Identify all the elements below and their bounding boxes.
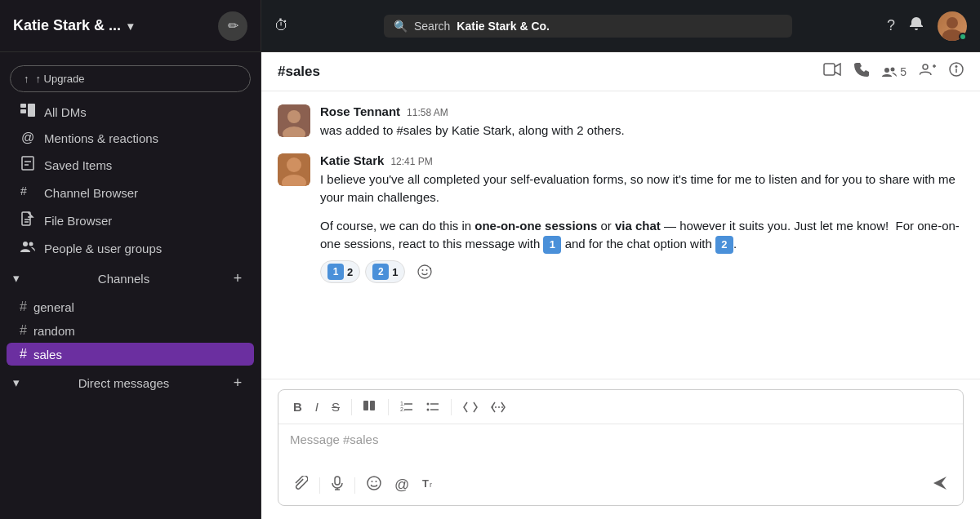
message-input-area: B I S 1.2. [261, 379, 980, 519]
svg-text:r: r [430, 481, 432, 489]
italic-button[interactable]: I [310, 397, 323, 417]
voice-button[interactable] [327, 472, 348, 498]
svg-point-25 [287, 110, 301, 123]
sidebar-header: Katie Stark & ... ▾ ✏ [0, 0, 261, 52]
svg-point-51 [376, 481, 377, 482]
sender-name-katie: Katie Stark [320, 153, 384, 167]
add-member-icon[interactable] [920, 63, 936, 80]
upgrade-button[interactable]: ↑ ↑ Upgrade [10, 65, 251, 92]
reaction-1[interactable]: 1 2 [320, 260, 360, 283]
svg-point-43 [427, 408, 430, 410]
search-bar[interactable]: 🔍 Search Katie Stark & Co. [384, 15, 792, 38]
ordered-list-button[interactable]: 1.2. [395, 397, 418, 417]
channel-browser-label: Channel Browser [44, 186, 138, 200]
code-button[interactable] [458, 398, 483, 416]
channel-header-actions: 5 [823, 62, 964, 81]
sidebar-item-mentions[interactable]: @ Mentions & reactions [7, 126, 254, 150]
help-icon[interactable]: ? [887, 17, 895, 34]
svg-rect-35 [363, 401, 368, 410]
sidebar-nav: ↑ ↑ Upgrade All DMs @ Mentions & reactio… [0, 52, 261, 519]
message-text-katie: I believe you've all completed your self… [320, 171, 964, 255]
svg-point-50 [372, 481, 373, 482]
svg-point-28 [287, 157, 301, 172]
svg-rect-0 [20, 104, 26, 108]
code-block-button[interactable] [486, 398, 510, 416]
main-content: ⏱ 🔍 Search Katie Stark & Co. ? [261, 0, 980, 519]
svg-text:#: # [20, 184, 27, 197]
bold-button[interactable]: B [288, 397, 307, 417]
edit-button[interactable]: ✏ [218, 11, 247, 41]
all-dms-icon [20, 104, 36, 120]
mention-button[interactable]: @ [390, 473, 414, 497]
add-dm-button[interactable]: + [228, 373, 247, 393]
reaction-emoji-2: 2 [372, 264, 389, 280]
message-item-katie: Katie Stark 12:41 PM I believe you've al… [278, 153, 964, 284]
quote-button[interactable] [359, 397, 381, 417]
attach-file-button[interactable] [288, 472, 313, 498]
reaction-2[interactable]: 2 1 [365, 260, 405, 283]
sidebar: Katie Stark & ... ▾ ✏ ↑ ↑ Upgrade All DM… [0, 0, 261, 519]
toolbar-divider-3 [451, 399, 452, 415]
channel-item-random[interactable]: # random [7, 319, 254, 342]
search-label: Search [414, 20, 450, 33]
video-icon[interactable] [823, 63, 841, 80]
people-icon [20, 240, 36, 256]
svg-rect-3 [22, 157, 33, 170]
hash-icon-general: # [20, 299, 27, 314]
add-reaction-button[interactable] [410, 260, 439, 283]
channel-title: #sales [278, 64, 320, 80]
message-content-rose: Rose Tennant 11:58 AM was added to #sale… [320, 104, 964, 140]
channel-item-sales[interactable]: # sales [7, 343, 254, 366]
strikethrough-button[interactable]: S [327, 397, 345, 417]
avatar-container[interactable] [938, 11, 967, 41]
channel-info-icon[interactable] [949, 62, 964, 81]
channel-name-general: general [33, 300, 74, 314]
file-browser-label: File Browser [44, 214, 112, 228]
svg-rect-36 [370, 401, 375, 410]
members-count[interactable]: 5 [882, 65, 906, 78]
channel-area: #sales 5 [261, 52, 980, 519]
workspace-name[interactable]: Katie Stark & ... ▾ [13, 17, 133, 34]
message-paragraph1: I believe you've all completed your self… [320, 171, 964, 207]
emoji-button[interactable] [362, 472, 386, 498]
format-button[interactable]: Tr [417, 473, 440, 497]
search-workspace-label: Katie Stark & Co. [457, 20, 550, 33]
direct-messages-section-header[interactable]: ▾ Direct messages + [0, 366, 261, 399]
svg-text:T: T [422, 477, 429, 490]
unordered-list-button[interactable] [421, 397, 444, 417]
notification-icon[interactable] [908, 16, 924, 36]
message-input[interactable]: Message #sales [278, 424, 963, 465]
workspace-name-text: Katie Stark & ... [13, 17, 121, 34]
channels-section-header[interactable]: ▾ Channels + [0, 262, 261, 295]
send-button[interactable] [927, 472, 953, 499]
workspace-chevron-icon: ▾ [127, 20, 133, 33]
svg-rect-2 [28, 104, 35, 117]
message-paragraph2: Of course, we can do this in one-on-one … [320, 217, 964, 255]
sidebar-item-all-dms[interactable]: All DMs [7, 99, 254, 125]
channel-item-general[interactable]: # general [7, 295, 254, 318]
message-avatar-katie [278, 153, 310, 186]
svg-point-11 [29, 242, 33, 246]
people-label: People & user groups [44, 242, 162, 255]
svg-point-16 [884, 68, 889, 73]
add-channel-button[interactable]: + [228, 268, 247, 288]
input-placeholder: Message #sales [290, 432, 378, 446]
input-bottom-toolbar: @ Tr [278, 465, 963, 505]
svg-point-18 [923, 64, 928, 69]
sidebar-item-files[interactable]: File Browser [7, 206, 254, 234]
messages-area: Rose Tennant 11:58 AM was added to #sale… [261, 91, 980, 379]
search-icon: 🔍 [394, 20, 408, 33]
message-header-katie: Katie Stark 12:41 PM [320, 153, 964, 167]
call-icon[interactable] [854, 62, 869, 81]
input-divider-2 [354, 477, 355, 494]
members-count-text: 5 [900, 65, 906, 78]
sidebar-item-channels[interactable]: # Channel Browser [7, 180, 254, 206]
all-dms-label: All DMs [44, 105, 87, 119]
svg-point-32 [426, 269, 428, 271]
reaction-count-1: 2 [347, 266, 353, 278]
input-container: B I S 1.2. [278, 389, 964, 506]
history-icon[interactable]: ⏱ [274, 17, 289, 34]
sidebar-item-people[interactable]: People & user groups [7, 235, 254, 261]
sidebar-item-saved[interactable]: Saved Items [7, 151, 254, 179]
dm-section-label: Direct messages [78, 376, 170, 390]
